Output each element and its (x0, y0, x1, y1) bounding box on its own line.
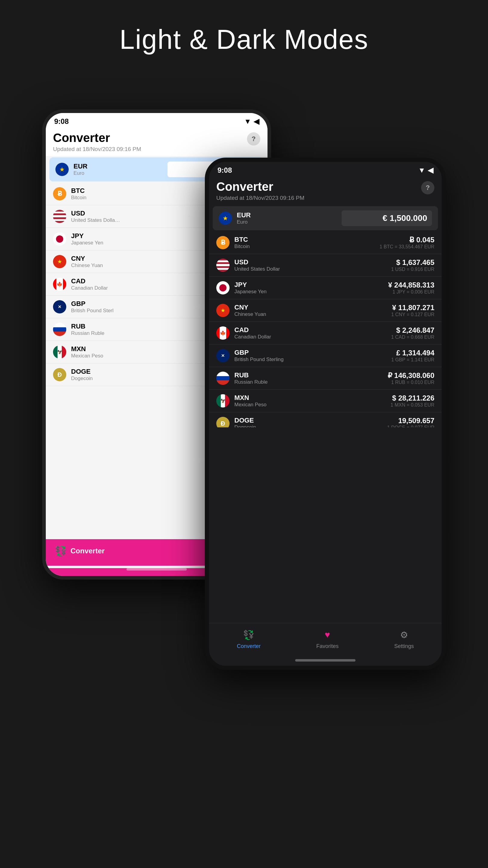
btc-flag-light: Ƀ (53, 187, 66, 200)
phones-container: 9:08 ▼ ◀ Converter Updated at 18/Nov/202… (0, 73, 488, 797)
help-button-light[interactable]: ? (247, 132, 260, 146)
wifi-icon-dark: ▼ (418, 166, 425, 175)
eur-flag-dark: ★ (219, 212, 232, 225)
status-bar-dark: 9:08 ▼ ◀ (209, 162, 442, 177)
converter-nav-icon: 💱 (242, 628, 255, 641)
app-subtitle-light: Updated at 18/Nov/2023 09:16 PM (53, 146, 141, 153)
eur-input-dark[interactable] (341, 210, 432, 226)
list-item[interactable]: Ƀ BTC Bitcoin Ƀ 0.045 1 BTC = 33,554.467… (209, 231, 442, 254)
bottom-nav-dark: 💱 Converter ♥ Favorites ⚙ Settings (209, 623, 442, 657)
rub-flag-light (53, 323, 66, 336)
usd-name-light: United States Dolla… (71, 217, 222, 223)
dark-phone: 9:08 ▼ ◀ Converter Updated at 18/Nov/202… (205, 158, 446, 670)
gbp-flag-light: ✕ (53, 300, 66, 313)
usd-code-light: USD (71, 210, 222, 217)
cny-flag-dark: ★ (216, 304, 230, 317)
eur-name-light: Euro (73, 170, 87, 176)
mxn-flag-dark: 🦅 (216, 394, 230, 407)
home-indicator-light (127, 568, 187, 570)
converter-nav-label: Converter (237, 643, 261, 650)
usd-flag-light (53, 210, 66, 223)
list-item[interactable]: 🍁 CAD Canadian Dollar $ 2,246.847 1 CAD … (209, 322, 442, 344)
list-item[interactable]: 🦅 MXN Mexican Peso $ 28,211.226 1 MXN = … (209, 390, 442, 412)
nav-item-converter[interactable]: 💱 Converter (237, 628, 261, 650)
list-item[interactable]: ✕ GBP British Pound Sterling £ 1,314.494… (209, 344, 442, 367)
list-item[interactable]: RUB Russian Ruble ₽ 146,308.060 1 RUB = … (209, 367, 442, 390)
status-icons-light: ▼ ◀ (244, 117, 259, 126)
app-subtitle-dark: Updated at 18/Nov/2023 09:16 PM (216, 195, 304, 201)
cny-flag-light: ★ (53, 255, 66, 268)
btc-flag-dark: Ƀ (216, 236, 230, 249)
eur-code-dark: EUR (237, 211, 251, 219)
settings-nav-label: Settings (394, 643, 414, 650)
signal-icon-dark: ◀ (428, 166, 433, 175)
gbp-flag-dark: ✕ (216, 349, 230, 362)
eur-name-dark: Euro (237, 219, 251, 225)
app-title-light: Converter (53, 131, 141, 145)
status-bar-light: 9:08 ▼ ◀ (46, 113, 267, 128)
converter-label-light: Converter (70, 547, 104, 555)
mxn-flag-light: 🦅 (53, 345, 66, 359)
list-item[interactable]: USD United States Dollar $ 1,637.465 1 U… (209, 254, 442, 277)
cad-flag-dark: 🍁 (216, 327, 230, 340)
currency-list-dark: Ƀ BTC Bitcoin Ƀ 0.045 1 BTC = 33,554.467… (209, 231, 442, 427)
list-item[interactable]: JPY Japanese Yen ¥ 244,858.313 1 JPY = 0… (209, 277, 442, 299)
eur-row-dark[interactable]: ★ EUR Euro (213, 206, 438, 230)
time-dark: 9:08 (218, 166, 232, 175)
usd-flag-dark (216, 258, 230, 272)
eur-flag-light: ★ (56, 163, 69, 176)
list-item[interactable]: ★ CNY Chinese Yuan ¥ 11,807.271 1 CNY = … (209, 299, 442, 322)
converter-icon-light: 💱 (55, 545, 67, 557)
jpy-flag-dark (216, 281, 230, 294)
jpy-flag-light (53, 232, 66, 246)
home-indicator-dark (295, 659, 355, 661)
rub-flag-dark (216, 372, 230, 385)
status-icons-dark: ▼ ◀ (418, 166, 433, 175)
signal-icon-light: ◀ (254, 117, 259, 126)
favorites-nav-label: Favorites (316, 643, 338, 650)
nav-item-favorites[interactable]: ♥ Favorites (316, 628, 338, 650)
app-header-light: Converter Updated at 18/Nov/2023 09:16 P… (46, 128, 267, 156)
nav-item-settings[interactable]: ⚙ Settings (394, 628, 414, 650)
wifi-icon-light: ▼ (244, 117, 251, 126)
eur-code-light: EUR (73, 162, 87, 170)
doge-flag-dark: Ð (216, 417, 230, 427)
app-header-dark: Converter Updated at 18/Nov/2023 09:16 P… (209, 177, 442, 205)
cad-flag-light: 🍁 (53, 278, 66, 291)
doge-flag-light: Ð (53, 368, 66, 381)
page-title: Light & Dark Modes (0, 0, 488, 55)
header-text-light: Converter Updated at 18/Nov/2023 09:16 P… (53, 131, 141, 153)
time-light: 9:08 (54, 117, 69, 126)
help-button-dark[interactable]: ? (421, 181, 434, 194)
favorites-nav-icon: ♥ (321, 628, 334, 641)
app-title-dark: Converter (216, 180, 304, 193)
settings-nav-icon: ⚙ (397, 628, 411, 641)
list-item[interactable]: Ð DOGE Dogecoin 19,509.657 1 DOGE = 0.07… (209, 412, 442, 427)
